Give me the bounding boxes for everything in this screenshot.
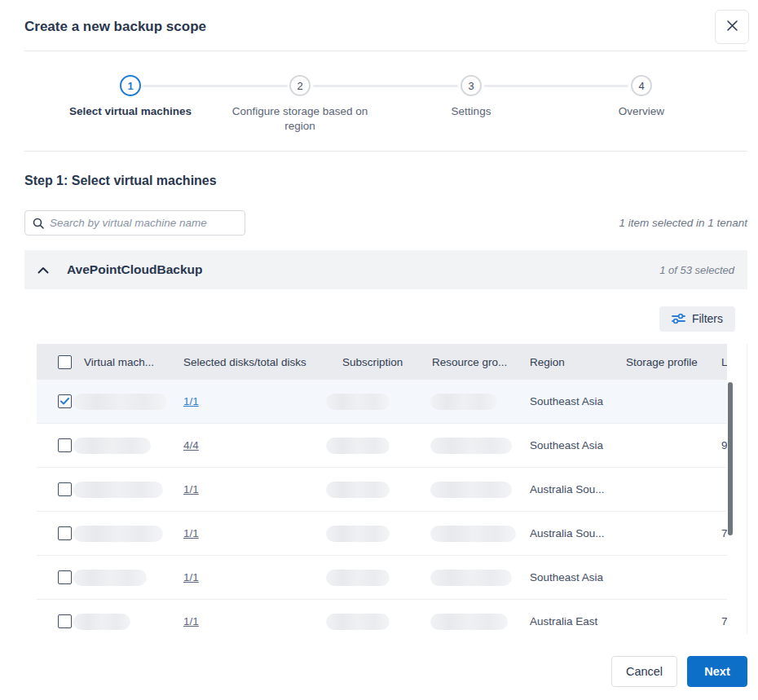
redacted-vm-name: [73, 614, 130, 630]
redacted-subscription: [326, 526, 390, 542]
row-checkbox[interactable]: [58, 526, 72, 540]
last-column-value: 7: [721, 527, 727, 539]
chevron-up-icon[interactable]: [37, 266, 49, 274]
region-value: Southeast Asia: [530, 395, 626, 407]
row-checkbox[interactable]: [58, 570, 72, 584]
step-connector: [143, 85, 288, 87]
region-value: Australia Sou...: [530, 527, 626, 539]
redacted-subscription: [326, 438, 390, 454]
redacted-resource-group: [430, 570, 512, 586]
column-header-region[interactable]: Region: [530, 356, 626, 368]
disk-count-link[interactable]: 1/1: [183, 483, 199, 495]
redacted-vm-name: [73, 482, 163, 498]
region-value: Australia Sou...: [530, 483, 626, 495]
close-button[interactable]: [715, 10, 749, 44]
filters-bar: Filters: [37, 289, 735, 344]
last-column-value: 7: [721, 615, 727, 627]
filters-button[interactable]: Filters: [659, 306, 735, 332]
step-connector: [484, 85, 628, 87]
redacted-resource-group: [430, 394, 497, 410]
filter-sliders-icon: [672, 313, 685, 324]
table-row[interactable]: 1/1 Southeast Asia: [37, 380, 727, 424]
row-checkbox[interactable]: [58, 438, 72, 452]
redacted-vm-name: [73, 394, 167, 410]
redacted-resource-group: [430, 482, 512, 498]
disk-count-link[interactable]: 1/1: [183, 395, 199, 407]
vm-table-header-row: Virtual mach... Selected disks/total dis…: [37, 344, 727, 380]
column-header-storage-profile[interactable]: Storage profile: [626, 356, 721, 368]
redacted-resource-group: [430, 614, 508, 630]
row-checkbox[interactable]: [58, 614, 72, 628]
step-4-circle[interactable]: 4: [631, 75, 652, 96]
disk-count-link[interactable]: 4/4: [183, 439, 199, 451]
step-3-circle[interactable]: 3: [461, 75, 482, 96]
region-value: Southeast Asia: [530, 571, 626, 583]
search-input[interactable]: [50, 217, 237, 229]
redacted-resource-group: [430, 526, 516, 542]
tenant-selected-count: 1 of 53 selected: [659, 264, 734, 276]
vertical-scrollbar-thumb[interactable]: [728, 382, 733, 535]
table-row[interactable]: 4/4 Southeast Asia 9: [37, 424, 727, 468]
tenant-accordion: AvePointCloudBackup 1 of 53 selected Fil…: [24, 250, 747, 634]
redacted-vm-name: [73, 570, 147, 586]
redacted-resource-group: [430, 438, 512, 454]
redacted-vm-name: [73, 438, 151, 454]
wizard-stepper: 1 2 3 4 Select virtual machines Configur…: [0, 75, 758, 144]
select-all-checkbox[interactable]: [58, 355, 72, 369]
tenant-accordion-header[interactable]: AvePointCloudBackup 1 of 53 selected: [24, 250, 747, 289]
step-4-label: Overview: [560, 104, 723, 119]
cancel-button[interactable]: Cancel: [611, 656, 677, 687]
filters-button-label: Filters: [692, 312, 723, 325]
region-value: Australia East: [530, 615, 626, 627]
region-value: Southeast Asia: [530, 439, 626, 451]
dialog-title: Create a new backup scope: [24, 19, 206, 35]
step-2-circle[interactable]: 2: [289, 75, 311, 96]
selection-summary: 1 item selected in 1 tenant: [619, 217, 747, 229]
redacted-subscription: [326, 482, 390, 498]
vm-table: Virtual mach... Selected disks/total dis…: [37, 344, 747, 634]
search-icon: [33, 218, 44, 229]
column-header-subscription[interactable]: Subscription: [326, 356, 428, 368]
column-header-last[interactable]: L: [721, 356, 727, 368]
disk-count-link[interactable]: 1/1: [183, 527, 199, 539]
step-connector: [313, 85, 458, 87]
step-3-label: Settings: [390, 104, 553, 119]
stepper-divider: [24, 151, 747, 152]
step-2-label: Configure storage based on region: [218, 104, 381, 134]
next-button[interactable]: Next: [687, 656, 747, 687]
redacted-subscription: [326, 614, 390, 630]
table-row[interactable]: 1/1 Australia Sou... 7: [37, 512, 727, 556]
redacted-subscription: [326, 394, 390, 410]
row-checkbox-checked[interactable]: [58, 394, 72, 408]
table-row[interactable]: 1/1 Australia East 7: [37, 600, 727, 634]
search-box: [24, 210, 245, 236]
tenant-accordion-body: Filters Virtual mach... Selected disks/t…: [24, 289, 747, 634]
table-row[interactable]: 1/1 Australia Sou...: [37, 468, 727, 512]
column-header-virtual-machine[interactable]: Virtual mach...: [73, 356, 183, 368]
step-1-circle[interactable]: 1: [120, 75, 141, 96]
last-column-value: 9: [721, 439, 727, 451]
row-checkbox[interactable]: [58, 482, 72, 496]
redacted-subscription: [326, 570, 390, 586]
table-row[interactable]: 1/1 Southeast Asia: [37, 556, 727, 600]
header-divider: [24, 51, 747, 51]
dialog-footer: Cancel Next: [611, 656, 747, 687]
disk-count-link[interactable]: 1/1: [183, 615, 199, 627]
step-1-label: Select virtual machines: [49, 104, 212, 119]
redacted-vm-name: [73, 526, 163, 542]
create-backup-scope-dialog: Create a new backup scope 1 2 3 4 Select…: [0, 0, 758, 700]
close-icon: [726, 20, 738, 35]
tenant-name: AvePointCloudBackup: [67, 262, 203, 277]
column-header-resource-group[interactable]: Resource gro...: [428, 356, 530, 368]
step-heading: Step 1: Select virtual machines: [24, 174, 217, 188]
column-header-disks[interactable]: Selected disks/total disks: [183, 356, 326, 368]
vm-table-body: 1/1 Southeast Asia 4/4 Southeast Asia 9 …: [37, 380, 727, 634]
disk-count-link[interactable]: 1/1: [183, 571, 199, 583]
